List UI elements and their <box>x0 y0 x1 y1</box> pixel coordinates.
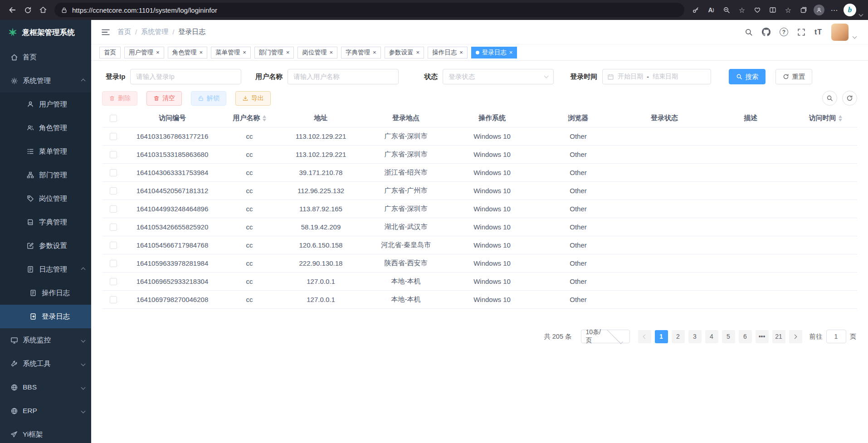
tab-role-manage[interactable]: 角色管理× <box>168 47 208 58</box>
delete-button[interactable]: 删除 <box>102 91 137 106</box>
favorites-icon[interactable]: ☆ <box>780 2 796 18</box>
chevron-down-icon[interactable] <box>859 12 863 17</box>
row-checkbox[interactable] <box>110 242 117 249</box>
username-input[interactable] <box>288 69 399 84</box>
close-icon[interactable]: × <box>200 49 203 55</box>
unlock-button[interactable]: 解锁 <box>191 91 226 106</box>
sidebar-item-dict-manage[interactable]: 字典管理 <box>0 210 91 234</box>
table-row[interactable]: 1641053426655825920 cc 58.19.42.209 湖北省-… <box>102 218 857 236</box>
prev-page-button[interactable] <box>638 330 651 343</box>
page-button-5[interactable]: 5 <box>722 330 735 343</box>
browser-essentials-icon[interactable] <box>750 2 765 18</box>
sidebar-item-login-log[interactable]: 登录日志 <box>0 305 91 328</box>
row-checkbox[interactable] <box>110 151 117 158</box>
page-button-1[interactable]: 1 <box>655 330 668 343</box>
login-time-range-picker[interactable]: 开始日期 - 结束日期 <box>602 69 711 84</box>
row-checkbox[interactable] <box>110 260 117 267</box>
table-row[interactable]: 1641069652933218304 cc 127.0.0.1 本地-本机 W… <box>102 273 857 291</box>
table-row[interactable]: 1641031367863177216 cc 113.102.129.221 广… <box>102 127 857 146</box>
read-aloud-icon[interactable]: A) <box>703 2 719 18</box>
tab-login-log[interactable]: 登录日志× <box>471 47 517 58</box>
page-button-2[interactable]: 2 <box>672 330 685 343</box>
more-pages-button[interactable]: ••• <box>756 330 769 343</box>
sidebar-item-erp[interactable]: ERP <box>0 399 91 423</box>
row-checkbox[interactable] <box>110 296 117 303</box>
sidebar-item-yi-framework[interactable]: Yi框架 <box>0 423 91 443</box>
breadcrumb-system-manage[interactable]: 系统管理 <box>141 28 168 36</box>
settings-more-icon[interactable]: ⋯ <box>827 2 842 18</box>
tab-param-settings[interactable]: 参数设置× <box>385 47 424 58</box>
sidebar-item-menu-manage[interactable]: 菜单管理 <box>0 140 91 163</box>
close-icon[interactable]: × <box>373 49 376 55</box>
login-ip-input[interactable] <box>130 69 241 84</box>
clear-button[interactable]: 清空 <box>146 91 182 106</box>
table-row[interactable]: 1641054566717984768 cc 120.6.150.158 河北省… <box>102 236 857 254</box>
home-icon[interactable] <box>35 2 51 18</box>
text-size-icon[interactable]: tT <box>814 28 822 36</box>
split-screen-icon[interactable] <box>765 2 780 18</box>
sidebar-item-system-monitor[interactable]: 系统监控 <box>0 328 91 352</box>
column-header-time[interactable]: 访问时间 <box>794 114 857 122</box>
tab-user-manage[interactable]: 用户管理× <box>124 47 164 58</box>
close-icon[interactable]: × <box>329 49 333 55</box>
page-button-3[interactable]: 3 <box>688 330 702 343</box>
reset-button[interactable]: 重置 <box>775 69 812 84</box>
user-avatar[interactable] <box>831 24 848 41</box>
table-row[interactable]: 1641069798270046208 cc 127.0.0.1 本地-本机 W… <box>102 291 857 309</box>
row-checkbox[interactable] <box>110 278 117 285</box>
github-icon[interactable] <box>762 28 770 36</box>
tab-menu-manage[interactable]: 菜单管理× <box>211 47 251 58</box>
breadcrumb-home[interactable]: 首页 <box>117 28 131 36</box>
export-button[interactable]: 导出 <box>235 91 271 106</box>
sidebar-item-bbs[interactable]: BBS <box>0 375 91 399</box>
page-size-select[interactable]: 10条/页 <box>581 330 630 343</box>
fullscreen-icon[interactable] <box>797 28 805 36</box>
page-lock-icon[interactable] <box>61 7 68 14</box>
close-icon[interactable]: × <box>416 49 420 55</box>
row-checkbox[interactable] <box>110 205 117 213</box>
refresh-table-button[interactable] <box>842 91 857 106</box>
tab-post-manage[interactable]: 岗位管理× <box>297 47 337 58</box>
sidebar-item-log-manage[interactable]: 日志管理 <box>0 258 91 281</box>
sidebar-item-system-tools[interactable]: 系统工具 <box>0 352 91 375</box>
close-icon[interactable]: × <box>286 49 290 55</box>
row-checkbox[interactable] <box>110 133 117 140</box>
bing-icon[interactable]: b <box>842 2 858 18</box>
page-button-4[interactable]: 4 <box>705 330 718 343</box>
address-bar[interactable]: https://ccnetcore.com:1101/system/log/lo… <box>54 3 684 17</box>
next-page-button[interactable] <box>789 330 802 343</box>
close-icon[interactable]: × <box>156 49 160 55</box>
sidebar-item-param-settings[interactable]: 参数设置 <box>0 234 91 258</box>
tab-operation-log[interactable]: 操作日志× <box>428 47 468 58</box>
sidebar-item-post-manage[interactable]: 岗位管理 <box>0 187 91 210</box>
sort-icon[interactable] <box>263 115 266 122</box>
row-checkbox[interactable] <box>110 169 117 176</box>
search-icon[interactable] <box>745 28 753 36</box>
search-button[interactable]: 搜索 <box>729 69 766 84</box>
sidebar-item-system-manage[interactable]: 系统管理 <box>0 69 91 92</box>
tab-dict-manage[interactable]: 字典管理× <box>341 47 381 58</box>
table-row[interactable]: 1641044520567181312 cc 112.96.225.132 广东… <box>102 182 857 200</box>
refresh-icon[interactable] <box>20 2 35 18</box>
collapse-sidebar-button[interactable] <box>101 28 110 37</box>
table-row[interactable]: 1641059633978281984 cc 222.90.130.18 陕西省… <box>102 254 857 273</box>
sidebar-item-dept-manage[interactable]: 部门管理 <box>0 163 91 187</box>
tab-dept-manage[interactable]: 部门管理× <box>254 47 294 58</box>
back-icon[interactable] <box>5 2 20 18</box>
sidebar-item-user-manage[interactable]: 用户管理 <box>0 92 91 116</box>
profile-icon[interactable] <box>811 2 827 18</box>
status-select[interactable]: 登录状态 <box>443 69 554 84</box>
page-button-21[interactable]: 21 <box>772 330 785 343</box>
close-icon[interactable]: × <box>509 49 513 55</box>
help-icon[interactable]: ? <box>780 28 788 36</box>
select-all-checkbox[interactable] <box>110 115 117 122</box>
sidebar-item-role-manage[interactable]: 角色管理 <box>0 116 91 140</box>
collections-icon[interactable] <box>796 2 811 18</box>
sidebar-item-operation-log[interactable]: 操作日志 <box>0 281 91 305</box>
row-checkbox[interactable] <box>110 187 117 195</box>
sidebar-item-home[interactable]: 首页 <box>0 45 91 69</box>
goto-page-input[interactable] <box>826 330 846 343</box>
row-checkbox[interactable] <box>110 224 117 231</box>
table-row[interactable]: 1641031533185863680 cc 113.102.129.221 广… <box>102 146 857 164</box>
key-icon[interactable] <box>688 2 703 18</box>
